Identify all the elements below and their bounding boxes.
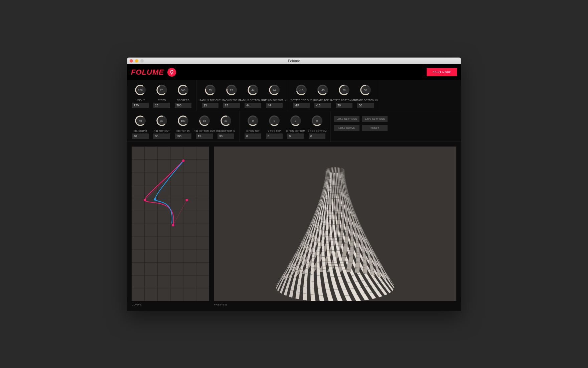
- panels: CURVE PREVIEW: [127, 142, 461, 311]
- knob-input-rottopo[interactable]: [293, 103, 310, 108]
- knob-input-rtopi[interactable]: [223, 103, 240, 108]
- knob-ribtopo: 30 RIB TOP OUT: [151, 114, 172, 139]
- knob-label-ribcount: RIB COUNT: [133, 130, 147, 132]
- window-title: Folume: [288, 59, 300, 63]
- logo-text: FOLUME: [131, 68, 164, 77]
- knob-dial-rboti[interactable]: 44: [268, 84, 281, 96]
- curve-canvas[interactable]: [132, 147, 209, 301]
- knob-input-rottopi[interactable]: [314, 103, 331, 108]
- knob-dial-ribboto[interactable]: 15: [198, 114, 211, 127]
- knob-input-rboti[interactable]: [266, 103, 283, 108]
- knob-row-1: 120 HEIGHT 25 STEPS 360: [127, 80, 461, 111]
- preview-panel: PREVIEW: [214, 147, 456, 306]
- save-settings-button[interactable]: SAVE SETTINGS: [362, 116, 388, 122]
- knob-input-ribboti[interactable]: [217, 133, 234, 139]
- knob-group-rib: 40 RIB COUNT 30 RIB TOP OUT 100: [127, 111, 240, 142]
- knob-label-ribtopi: RIB TOP IN: [176, 130, 190, 132]
- knob-value-ribboti: 30: [225, 119, 228, 122]
- knob-input-ypt[interactable]: [266, 133, 283, 139]
- load-curve-button[interactable]: LOAD CURVE: [334, 125, 359, 131]
- knob-xpb: 0 X POS BOTTOM: [285, 114, 306, 139]
- knob-dial-ribtopo[interactable]: 30: [155, 114, 168, 127]
- logo-badge-icon: [167, 68, 176, 77]
- app-window: Folume FOLUME PRINT MODE 120 HEIGHT: [127, 58, 461, 311]
- knob-value-ribtopo: 30: [160, 119, 163, 122]
- knob-value-xpb: 0: [295, 119, 296, 122]
- knob-group-pos: 0 X POS TOP 0 Y POS TOP 0: [240, 111, 331, 142]
- knob-dial-height[interactable]: 120: [134, 84, 147, 96]
- knob-value-ypb: 0: [316, 119, 318, 122]
- knob-input-steps[interactable]: [153, 103, 170, 108]
- knob-label-ypb: Y POS BOTTOM: [308, 130, 327, 132]
- print-mode-button[interactable]: PRINT MODE: [427, 68, 457, 76]
- svg-point-44: [186, 199, 188, 201]
- app-header: FOLUME PRINT MODE: [127, 64, 461, 80]
- knob-input-ribboto[interactable]: [196, 133, 213, 139]
- knob-input-rboto[interactable]: [245, 103, 261, 108]
- control-panel: 120 HEIGHT 25 STEPS 360: [127, 80, 461, 142]
- knob-value-rtopo: 23: [209, 88, 212, 91]
- knob-dial-ypt[interactable]: 0: [268, 114, 281, 127]
- knob-value-ypt: 0: [274, 119, 275, 122]
- traffic-lights: [130, 59, 144, 63]
- logo-area: FOLUME: [131, 68, 176, 77]
- knob-dial-rottopo[interactable]: -15: [295, 84, 308, 96]
- knob-input-ribtopi[interactable]: [175, 133, 191, 139]
- svg-point-45: [172, 224, 174, 226]
- knob-label-ribboto: RIB BOTTOM OUT: [194, 130, 215, 132]
- knob-dial-rotboti[interactable]: 30: [359, 84, 372, 96]
- knob-dial-ribtopi[interactable]: 100: [177, 114, 189, 127]
- knob-ypb: 0 Y POS BOTTOM: [306, 114, 328, 139]
- knob-dial-xpb[interactable]: 0: [289, 114, 302, 127]
- knob-value-height: 120: [138, 88, 142, 91]
- svg-point-42: [182, 159, 185, 162]
- knob-dial-ribboti[interactable]: 30: [219, 114, 232, 127]
- knob-input-rotboto[interactable]: [336, 103, 352, 108]
- knob-value-xpt: 0: [252, 119, 254, 122]
- close-icon[interactable]: [130, 59, 133, 63]
- knob-ribboti: 30 RIB BOTTOM IN: [215, 114, 237, 139]
- knob-rtopo: 23 RADIUS TOP OUT: [199, 84, 221, 108]
- knob-dial-rboto[interactable]: 44: [247, 84, 259, 96]
- knob-input-xpb[interactable]: [287, 133, 304, 139]
- knob-label-rotboti: ROTATE BOTTOM IN: [353, 99, 378, 101]
- maximize-icon[interactable]: [140, 59, 144, 63]
- knob-input-degrees[interactable]: [175, 103, 191, 108]
- knob-label-degrees: DEGREES: [177, 99, 189, 101]
- knob-dial-steps[interactable]: 25: [155, 84, 168, 96]
- knob-ypt: 0 Y POS TOP: [264, 114, 285, 139]
- knob-dial-rtopi[interactable]: 23: [225, 84, 238, 96]
- knob-dial-rtopo[interactable]: 23: [204, 84, 216, 96]
- knob-label-rottopi: ROTATE TOP IN: [313, 99, 332, 101]
- knob-value-rottopo: -15: [299, 88, 303, 91]
- knob-dial-xpt[interactable]: 0: [247, 114, 259, 127]
- knob-dial-rotboto[interactable]: 30: [338, 84, 350, 96]
- load-settings-button[interactable]: LOAD SETTINGS: [334, 116, 359, 122]
- knob-input-xpt[interactable]: [245, 133, 261, 139]
- titlebar[interactable]: Folume: [127, 58, 461, 64]
- knob-input-rotboti[interactable]: [357, 103, 374, 108]
- knob-value-rotboti: 30: [364, 88, 367, 91]
- svg-point-43: [144, 199, 146, 201]
- knob-group-radius: 23 RADIUS TOP OUT 23 RADIUS TOP IN 44: [197, 80, 288, 111]
- knob-value-rotboto: 30: [343, 88, 346, 91]
- knob-dial-ribcount[interactable]: 40: [134, 114, 147, 127]
- knob-value-rottopi: -15: [321, 88, 325, 91]
- knob-label-steps: STEPS: [158, 99, 166, 101]
- knob-input-height[interactable]: [132, 103, 149, 108]
- knob-input-ribcount[interactable]: [132, 133, 149, 139]
- knob-input-ypb[interactable]: [309, 133, 325, 139]
- reset-button[interactable]: RESET: [362, 125, 388, 131]
- knob-label-xpb: X POS BOTTOM: [286, 130, 305, 132]
- knob-label-rottopo: ROTATE TOP OUT: [291, 99, 312, 101]
- minimize-icon[interactable]: [135, 59, 138, 63]
- knob-input-ribtopo[interactable]: [153, 133, 170, 139]
- knob-label-height: HEIGHT: [136, 99, 145, 101]
- knob-ribtopi: 100 RIB TOP IN: [172, 114, 194, 139]
- knob-input-rtopo[interactable]: [202, 103, 218, 108]
- knob-dial-degrees[interactable]: 360: [177, 84, 189, 96]
- preview-canvas[interactable]: [214, 147, 456, 301]
- knob-dial-rottopi[interactable]: -15: [316, 84, 329, 96]
- knob-dial-ypb[interactable]: 0: [311, 114, 323, 127]
- knob-group-rotate: -15 ROTATE TOP OUT -15 ROTATE TOP IN 3: [288, 80, 379, 111]
